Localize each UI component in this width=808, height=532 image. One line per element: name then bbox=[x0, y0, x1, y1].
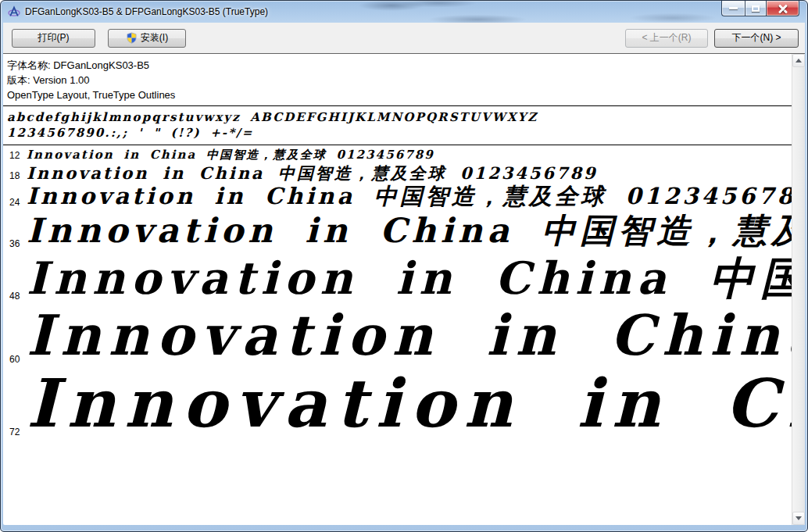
preview-text: Innovation in China 中国智造，慧及全球 0123456789 bbox=[27, 148, 434, 162]
preview-text: Innovation in China 中国智造，慧及全球 0123456789 bbox=[27, 305, 792, 366]
vertical-scrollbar[interactable] bbox=[792, 54, 805, 525]
preview-text: Innovation in China 中国智造，慧及全球 0123456789 bbox=[27, 163, 598, 183]
maximize-icon bbox=[752, 5, 760, 12]
preview-row-24: 24 Innovation in China 中国智造，慧及全球 0123456… bbox=[3, 183, 792, 209]
uac-shield-icon bbox=[126, 32, 138, 44]
glyph-sample-letters: abcdefghijklmnopqrstuvwxyz ABCDEFGHIJKLM… bbox=[7, 109, 792, 125]
font-viewer-window: DFGanLongKS03-B5 & DFPGanLongKS03-B5 (Tr… bbox=[0, 0, 808, 532]
font-version-line: 版本: Version 1.00 bbox=[7, 73, 792, 87]
font-viewer-app-icon bbox=[8, 5, 20, 18]
close-button[interactable] bbox=[767, 1, 799, 16]
scroll-up-button[interactable] bbox=[792, 54, 805, 67]
window-title: DFGanLongKS03-B5 & DFPGanLongKS03-B5 (Tr… bbox=[25, 6, 268, 17]
preview-row-18: 18 Innovation in China 中国智造，慧及全球 0123456… bbox=[3, 162, 792, 183]
font-preview-content: 字体名称: DFGanLongKS03-B5 版本: Version 1.00 … bbox=[3, 54, 792, 525]
size-label: 60 bbox=[3, 354, 27, 366]
scrollbar-track[interactable] bbox=[792, 67, 805, 512]
font-name-line: 字体名称: DFGanLongKS03-B5 bbox=[7, 58, 792, 73]
font-info-block: 字体名称: DFGanLongKS03-B5 版本: Version 1.00 … bbox=[3, 54, 792, 105]
preview-text: Innovation in China 中国智造，慧及全球 0123456789 bbox=[27, 184, 792, 209]
close-icon bbox=[778, 5, 788, 12]
install-button[interactable]: 安装(I) bbox=[108, 29, 186, 48]
size-label: 12 bbox=[3, 150, 27, 162]
preview-row-72: 72 Innovation in China 中国智造，慧及全球 0123456… bbox=[3, 366, 792, 439]
size-label: 72 bbox=[3, 427, 27, 439]
minimize-button[interactable] bbox=[721, 1, 745, 16]
install-button-label: 安装(I) bbox=[141, 31, 168, 45]
print-button[interactable]: 打印(P) bbox=[12, 29, 95, 48]
preview-row-48: 48 Innovation in China 中国智造，慧及全球 0123456… bbox=[3, 251, 792, 303]
font-outline-line: OpenType Layout, TrueType Outlines bbox=[7, 87, 792, 102]
titlebar[interactable]: DFGanLongKS03-B5 & DFPGanLongKS03-B5 (Tr… bbox=[1, 1, 807, 23]
previous-font-button[interactable]: < 上一个(R) bbox=[625, 29, 708, 48]
scroll-down-arrow-icon bbox=[795, 516, 802, 520]
scroll-down-button[interactable] bbox=[792, 512, 805, 525]
preview-row-12: 12 Innovation in China 中国智造，慧及全球 0123456… bbox=[3, 147, 792, 162]
preview-row-60: 60 Innovation in China 中国智造，慧及全球 0123456… bbox=[3, 303, 792, 366]
preview-text: Innovation in China 中国智造，慧及全球 0123456789 bbox=[27, 368, 792, 439]
glyph-sample-block: abcdefghijklmnopqrstuvwxyz ABCDEFGHIJKLM… bbox=[3, 106, 792, 145]
scroll-up-arrow-icon bbox=[795, 59, 802, 62]
minimize-icon bbox=[729, 7, 738, 9]
font-preview-pane: 字体名称: DFGanLongKS03-B5 版本: Version 1.00 … bbox=[3, 54, 805, 525]
size-preview-rows: 12 Innovation in China 中国智造，慧及全球 0123456… bbox=[3, 145, 792, 439]
preview-text: Innovation in China 中国智造，慧及全球 0123456789 bbox=[27, 252, 792, 303]
glyph-sample-symbols: 1234567890.:,; ' " (!?) +-*/= bbox=[7, 125, 792, 141]
caption-buttons bbox=[721, 1, 799, 16]
toolbar: 打印(P) 安装(I) < 上一个(R) 下一个(N) > bbox=[3, 23, 805, 54]
maximize-button[interactable] bbox=[745, 1, 767, 16]
size-label: 48 bbox=[3, 291, 27, 303]
size-label: 18 bbox=[3, 170, 27, 183]
next-font-button[interactable]: 下一个(N) > bbox=[714, 29, 799, 48]
preview-row-36: 36 Innovation in China 中国智造，慧及全球 0123456… bbox=[3, 209, 792, 251]
size-label: 24 bbox=[3, 197, 27, 209]
preview-text: Innovation in China 中国智造，慧及全球 0123456789 bbox=[27, 211, 792, 251]
size-label: 36 bbox=[3, 238, 27, 251]
